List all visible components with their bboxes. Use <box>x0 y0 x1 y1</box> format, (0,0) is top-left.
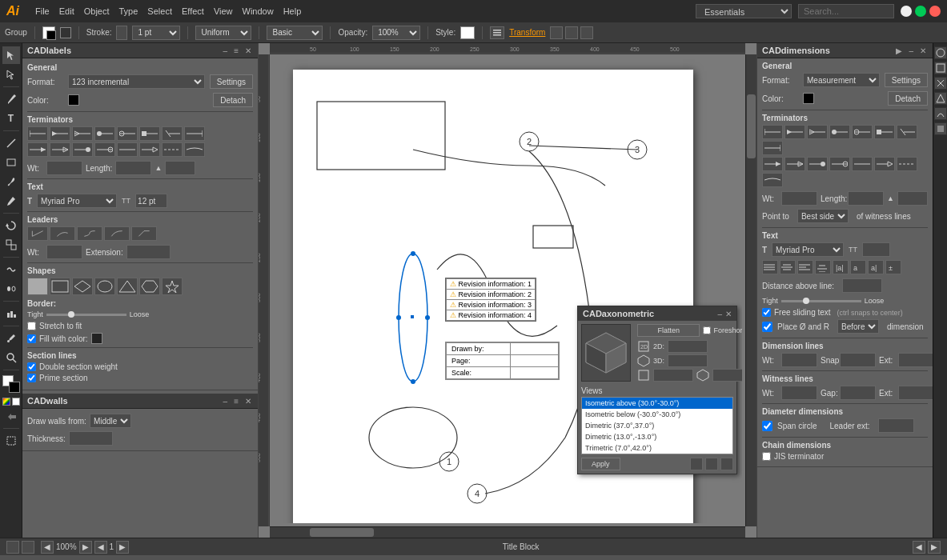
dim-term-r5[interactable] <box>852 157 873 171</box>
font-size-input[interactable] <box>135 194 167 208</box>
status-icon-1[interactable] <box>6 541 19 554</box>
term-btn-r3[interactable] <box>72 142 93 157</box>
maximize-button[interactable] <box>915 6 926 17</box>
r-icon-5[interactable] <box>934 107 947 120</box>
transform-icon-1[interactable] <box>550 26 563 39</box>
menu-window[interactable]: Window <box>243 6 274 16</box>
stroke-color-swatch[interactable] <box>60 27 71 38</box>
jis-checkbox[interactable] <box>762 452 771 461</box>
term-btn-2[interactable] <box>50 126 70 141</box>
prev-artboard-btn[interactable]: ◀ <box>94 541 107 554</box>
dim-term-r3[interactable] <box>807 157 828 171</box>
length-input[interactable]: 0.125" <box>115 161 151 175</box>
menu-view[interactable]: View <box>214 6 233 16</box>
dim-term-5[interactable] <box>852 125 873 139</box>
dim-term-r6[interactable] <box>874 157 895 171</box>
dim-term-8[interactable] <box>762 141 783 155</box>
color-mode-btn[interactable] <box>2 398 10 406</box>
menu-edit[interactable]: Edit <box>59 6 74 16</box>
term-btn-r4[interactable] <box>94 142 115 157</box>
cadlabels-menu[interactable]: ≡ <box>232 46 240 55</box>
dim-format-select[interactable]: Measurement <box>803 73 880 87</box>
dim-font-select[interactable]: Myriad Pro <box>772 242 844 257</box>
2d-val-1[interactable]: 30.000° <box>668 340 708 353</box>
brush-select[interactable]: Basic <box>267 26 323 40</box>
term-btn-1[interactable] <box>27 126 48 141</box>
none-mode-btn[interactable] <box>12 398 20 406</box>
witness-wt-input[interactable]: 1.0 pt <box>781 386 817 400</box>
opacity-select[interactable]: 100% <box>372 26 420 40</box>
span-circle-checkbox[interactable] <box>762 421 772 431</box>
text-align-3[interactable] <box>797 260 813 274</box>
stroke-type-select[interactable]: Uniform <box>195 26 251 40</box>
pen-tool[interactable] <box>2 90 20 108</box>
direct-selection-tool[interactable] <box>2 66 20 83</box>
stroke-weight-icon[interactable] <box>116 26 127 40</box>
search-box[interactable] <box>798 4 894 18</box>
views-item-2[interactable]: Dimetric (37.0°,37.0°) <box>582 420 732 431</box>
menu-effect[interactable]: Effect <box>182 6 204 16</box>
foreshorten-checkbox[interactable] <box>703 326 711 334</box>
caddimensions-close[interactable]: ✕ <box>918 46 928 55</box>
shape-btn-square[interactable] <box>27 278 48 295</box>
place-or-checkbox[interactable] <box>762 322 772 332</box>
menu-file[interactable]: File <box>35 6 50 16</box>
snap-input[interactable]: 0.500" <box>840 353 876 367</box>
dim-term-3[interactable] <box>807 125 828 139</box>
leader-btn-5[interactable] <box>131 226 157 241</box>
text-align-2[interactable] <box>780 260 796 274</box>
3d-val-2[interactable]: 35.264° <box>712 369 742 382</box>
term-btn-3[interactable] <box>72 126 93 141</box>
nav-right-btn[interactable]: ▶ <box>928 541 941 554</box>
point-to-select[interactable]: Best side <box>797 209 849 223</box>
zoom-out-btn[interactable]: ◀ <box>41 541 54 554</box>
dim-term-7[interactable] <box>897 125 917 139</box>
term-btn-r6[interactable] <box>139 142 160 157</box>
dim-term-r4[interactable] <box>829 157 850 171</box>
dim-term-r8[interactable] <box>762 173 783 187</box>
stroke-value-select[interactable]: 1 pt <box>132 26 180 40</box>
cadaxonometric-close[interactable]: ✕ <box>725 310 732 318</box>
term-btn-r8[interactable] <box>184 142 205 157</box>
border-slider[interactable] <box>46 314 126 316</box>
settings-button[interactable]: Settings <box>210 74 253 89</box>
ext2-input[interactable]: 0.000" <box>898 353 933 367</box>
dim-term-r7[interactable] <box>897 157 917 171</box>
cadwalls-menu[interactable]: ≡ <box>232 397 240 406</box>
apply-button[interactable]: Apply <box>581 458 620 470</box>
type-tool[interactable]: T <box>2 110 20 127</box>
selection-tool[interactable] <box>2 46 20 64</box>
dim-color-swatch[interactable] <box>803 93 814 104</box>
cadwalls-close[interactable]: ✕ <box>243 397 253 406</box>
term-btn-5[interactable] <box>117 126 138 141</box>
term-btn-r2[interactable] <box>50 142 70 157</box>
views-item-0[interactable]: Isometric above (30.0°-30.0°) <box>582 398 732 409</box>
flatten-button[interactable]: Flatten <box>637 324 700 337</box>
stroke-swatch[interactable] <box>9 382 20 393</box>
shape-btn-triangle[interactable] <box>117 278 138 295</box>
next-artboard-btn[interactable]: ▶ <box>116 541 129 554</box>
canvas-area[interactable]: 50 100 150 200 250 300 350 400 450 500 5… <box>259 43 756 538</box>
before-select[interactable]: Before <box>837 319 879 334</box>
dist-above-input[interactable]: 0.063" <box>842 278 882 293</box>
shape-btn-circle[interactable] <box>94 278 115 295</box>
text-align-6[interactable]: a <box>850 260 866 274</box>
format-select[interactable]: 123 incremental <box>68 74 205 89</box>
leaders-wt-input[interactable]: 1.0 pt <box>46 245 82 259</box>
dim-font-size-input[interactable]: 12 pt <box>862 242 890 257</box>
wt-input[interactable]: 1.0 pt <box>46 161 82 175</box>
minimize-button[interactable] <box>901 6 912 17</box>
term-btn-7[interactable] <box>162 126 183 141</box>
leader-btn-4[interactable] <box>104 226 130 241</box>
term-btn-r1[interactable] <box>27 142 48 157</box>
menu-select[interactable]: Select <box>147 6 172 16</box>
menu-type[interactable]: Type <box>119 6 138 16</box>
dim-detach-btn[interactable]: Detach <box>888 91 928 106</box>
dim-term-r2[interactable] <box>784 157 805 171</box>
cadlabels-collapse[interactable]: – <box>222 46 230 55</box>
caddimensions-collapse[interactable]: – <box>907 46 915 55</box>
dim-angle-input[interactable]: 17.5° <box>897 191 928 206</box>
warp-tool[interactable] <box>2 261 20 278</box>
pencil-tool[interactable] <box>2 192 20 210</box>
leader-btn-2[interactable] <box>50 226 75 241</box>
